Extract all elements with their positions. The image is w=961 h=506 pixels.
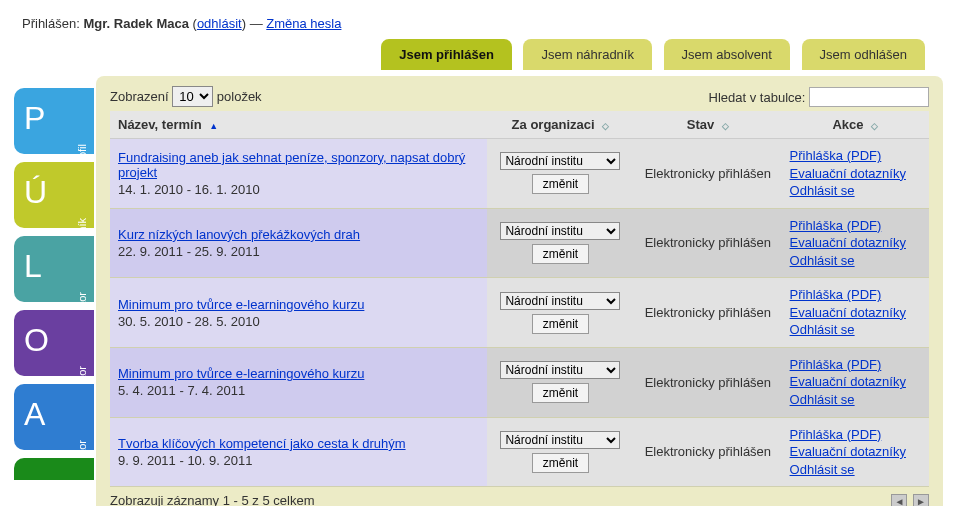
org-select[interactable]: Národní institu bbox=[500, 222, 620, 240]
table-search: Hledat v tabulce: bbox=[709, 87, 929, 107]
table-row: Tvorba klíčových kompetencí jako cesta k… bbox=[110, 417, 929, 487]
action-application-pdf[interactable]: Přihláška (PDF) bbox=[790, 356, 921, 374]
course-dates: 22. 9. 2011 - 25. 9. 2011 bbox=[118, 244, 479, 259]
courses-table: Název, termín ▲ Za organizaci ◇ Stav ◇ bbox=[110, 111, 929, 487]
tab-unenrolled[interactable]: Jsem odhlášen bbox=[802, 39, 925, 70]
course-link[interactable]: Tvorba klíčových kompetencí jako cesta k… bbox=[118, 436, 406, 451]
col-actions[interactable]: Akce ◇ bbox=[782, 111, 929, 139]
change-button[interactable]: změnit bbox=[532, 453, 589, 473]
search-input[interactable] bbox=[809, 87, 929, 107]
side-nav: P Profil Ú Účastník L Lektor O Organizát… bbox=[14, 88, 94, 488]
change-password-link[interactable]: Změna hesla bbox=[266, 16, 341, 31]
side-tab-extra[interactable] bbox=[14, 458, 94, 480]
change-button[interactable]: změnit bbox=[532, 174, 589, 194]
org-select[interactable]: Národní institu bbox=[500, 431, 620, 449]
pager-prev[interactable]: ◄ bbox=[891, 494, 907, 506]
table-summary: Zobrazuji záznamy 1 - 5 z 5 celkem bbox=[110, 493, 314, 506]
tab-substitute[interactable]: Jsem náhradník bbox=[523, 39, 652, 70]
org-select[interactable]: Národní institu bbox=[500, 152, 620, 170]
col-status[interactable]: Stav ◇ bbox=[634, 111, 781, 139]
action-signoff[interactable]: Odhlásit se bbox=[790, 321, 921, 339]
course-dates: 14. 1. 2010 - 16. 1. 2010 bbox=[118, 182, 479, 197]
col-org[interactable]: Za organizaci ◇ bbox=[487, 111, 634, 139]
course-link[interactable]: Fundraising aneb jak sehnat peníze, spon… bbox=[118, 150, 465, 180]
action-eval[interactable]: Evaluační dotazníky bbox=[790, 373, 921, 391]
action-signoff[interactable]: Odhlásit se bbox=[790, 391, 921, 409]
table-row: Kurz nízkých lanových překážkových drah2… bbox=[110, 208, 929, 278]
pager-next[interactable]: ► bbox=[913, 494, 929, 506]
table-row: Minimum pro tvůrce e-learningového kurzu… bbox=[110, 278, 929, 348]
page-size-control: Zobrazení 10 položek bbox=[110, 86, 262, 107]
action-application-pdf[interactable]: Přihláška (PDF) bbox=[790, 217, 921, 235]
top-tabs: Jsem přihlášen Jsem náhradník Jsem absol… bbox=[18, 39, 943, 70]
tab-enrolled[interactable]: Jsem přihlášen bbox=[381, 39, 512, 70]
side-tab-ucastnik[interactable]: Ú Účastník bbox=[14, 162, 94, 228]
action-application-pdf[interactable]: Přihláška (PDF) bbox=[790, 426, 921, 444]
change-button[interactable]: změnit bbox=[532, 383, 589, 403]
content-panel: Zobrazení 10 položek Hledat v tabulce: bbox=[96, 76, 943, 506]
action-signoff[interactable]: Odhlásit se bbox=[790, 182, 921, 200]
page-size-select[interactable]: 10 bbox=[172, 86, 213, 107]
status-cell: Elektronicky přihlášen bbox=[634, 278, 781, 348]
side-tab-lektor[interactable]: L Lektor bbox=[14, 236, 94, 302]
action-eval[interactable]: Evaluační dotazníky bbox=[790, 443, 921, 461]
status-cell: Elektronicky přihlášen bbox=[634, 139, 781, 209]
status-cell: Elektronicky přihlášen bbox=[634, 208, 781, 278]
action-application-pdf[interactable]: Přihláška (PDF) bbox=[790, 147, 921, 165]
change-button[interactable]: změnit bbox=[532, 314, 589, 334]
action-eval[interactable]: Evaluační dotazníky bbox=[790, 165, 921, 183]
side-tab-organizator[interactable]: O Organizátor bbox=[14, 310, 94, 376]
course-dates: 9. 9. 2011 - 10. 9. 2011 bbox=[118, 453, 479, 468]
table-row: Minimum pro tvůrce e-learningového kurzu… bbox=[110, 347, 929, 417]
org-select[interactable]: Národní institu bbox=[500, 292, 620, 310]
login-sep: — bbox=[250, 16, 263, 31]
login-username: Mgr. Radek Maca bbox=[83, 16, 189, 31]
sort-asc-icon: ▲ bbox=[209, 121, 218, 131]
status-cell: Elektronicky přihlášen bbox=[634, 347, 781, 417]
sort-icon: ◇ bbox=[722, 121, 729, 131]
course-link[interactable]: Minimum pro tvůrce e-learningového kurzu bbox=[118, 297, 364, 312]
col-name[interactable]: Název, termín ▲ bbox=[110, 111, 487, 139]
side-tab-profil[interactable]: P Profil bbox=[14, 88, 94, 154]
course-dates: 5. 4. 2011 - 7. 4. 2011 bbox=[118, 383, 479, 398]
login-label: Přihlášen: bbox=[22, 16, 80, 31]
tab-graduate[interactable]: Jsem absolvent bbox=[664, 39, 790, 70]
course-dates: 30. 5. 2010 - 28. 5. 2010 bbox=[118, 314, 479, 329]
sort-icon: ◇ bbox=[871, 121, 878, 131]
table-row: Fundraising aneb jak sehnat peníze, spon… bbox=[110, 139, 929, 209]
sort-icon: ◇ bbox=[602, 121, 609, 131]
side-tab-autor[interactable]: A Autor bbox=[14, 384, 94, 450]
action-signoff[interactable]: Odhlásit se bbox=[790, 252, 921, 270]
action-signoff[interactable]: Odhlásit se bbox=[790, 461, 921, 479]
course-link[interactable]: Minimum pro tvůrce e-learningového kurzu bbox=[118, 366, 364, 381]
change-button[interactable]: změnit bbox=[532, 244, 589, 264]
login-bar: Přihlášen: Mgr. Radek Maca (odhlásit) — … bbox=[18, 10, 943, 39]
logout-link[interactable]: odhlásit bbox=[197, 16, 242, 31]
action-application-pdf[interactable]: Přihláška (PDF) bbox=[790, 286, 921, 304]
action-eval[interactable]: Evaluační dotazníky bbox=[790, 234, 921, 252]
org-select[interactable]: Národní institu bbox=[500, 361, 620, 379]
status-cell: Elektronicky přihlášen bbox=[634, 417, 781, 487]
course-link[interactable]: Kurz nízkých lanových překážkových drah bbox=[118, 227, 360, 242]
action-eval[interactable]: Evaluační dotazníky bbox=[790, 304, 921, 322]
pager: ◄ ► bbox=[889, 493, 929, 506]
